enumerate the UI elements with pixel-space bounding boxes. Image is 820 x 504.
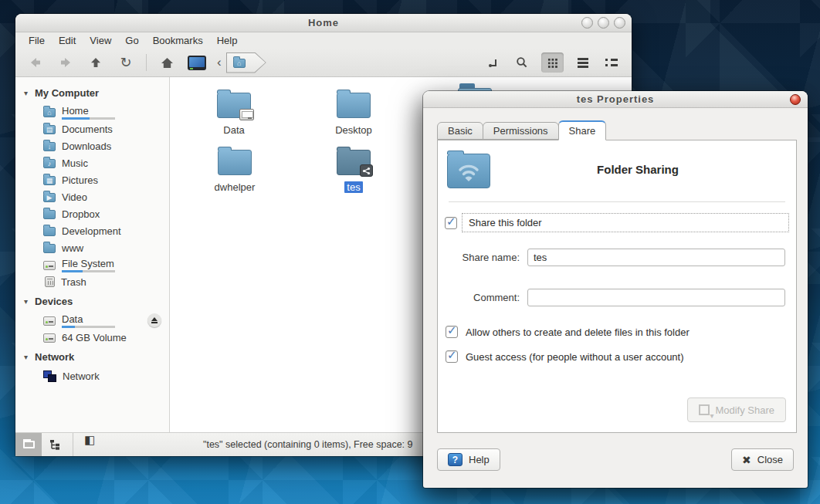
places-folder-icon — [23, 441, 35, 448]
dialog-titlebar[interactable]: tes Properties — [423, 91, 808, 108]
help-button[interactable]: ? Help — [437, 448, 500, 471]
sidebar-item-documents[interactable]: ▤ Documents — [15, 120, 169, 137]
treeview-toggle-button[interactable] — [42, 433, 68, 456]
close-button[interactable]: ✖ Close — [731, 448, 794, 471]
refresh-button[interactable]: ↻ — [117, 53, 135, 72]
folder-icon-selected — [337, 150, 371, 175]
help-icon: ? — [448, 453, 463, 466]
tab-permissions[interactable]: Permissions — [483, 122, 559, 140]
search-icon — [516, 56, 528, 69]
drive-icon — [43, 333, 56, 343]
sidebar-section-my-computer[interactable]: ▾ My Computer — [15, 82, 169, 103]
home-button[interactable] — [158, 53, 176, 72]
sidebar-section-network[interactable]: ▾ Network — [15, 346, 169, 367]
sidebar-item-64gb-volume[interactable]: 64 GB Volume — [15, 329, 169, 346]
panel-toggle-icon[interactable]: ◧ — [84, 433, 95, 456]
menu-bar: File Edit View Go Bookmarks Help — [15, 32, 632, 49]
share-this-folder-checkbox[interactable]: ✓ — [445, 217, 457, 229]
dialog-close-button[interactable] — [790, 94, 801, 105]
menu-edit[interactable]: Edit — [52, 35, 83, 46]
sidebar-item-www[interactable]: www — [15, 239, 169, 256]
up-button[interactable] — [86, 53, 105, 72]
location-entry-button[interactable] — [484, 53, 503, 72]
back-button[interactable] — [26, 53, 45, 72]
menu-go[interactable]: Go — [118, 35, 145, 46]
file-item-desktop[interactable]: Desktop — [319, 88, 388, 136]
grid-view-icon — [547, 58, 557, 68]
sidebar-item-video[interactable]: ▶ Video — [15, 188, 169, 205]
allow-others-checkbox[interactable]: ✓ — [446, 326, 458, 338]
disk-usage-bar — [62, 270, 115, 272]
menu-bookmarks[interactable]: Bookmarks — [146, 35, 210, 46]
sidebar-item-home[interactable]: ⌂ Home — [15, 103, 169, 120]
maximize-button[interactable] — [598, 17, 609, 29]
computer-button[interactable] — [188, 53, 206, 72]
sidebar-item-network[interactable]: Network — [15, 367, 169, 384]
panel-heading: Folder Sharing — [490, 163, 785, 176]
drive-icon — [43, 316, 56, 326]
statusbar-separator — [73, 433, 73, 456]
sidebar-item-music[interactable]: ♪ Music — [15, 154, 169, 171]
file-item-tes[interactable]: tes — [319, 145, 388, 193]
share-name-input[interactable] — [527, 249, 785, 266]
file-item-data[interactable]: Data — [199, 88, 269, 136]
share-tab-panel: Folder Sharing ✓ Share this folder Share… — [437, 140, 797, 433]
collapse-triangle-icon: ▾ — [24, 353, 28, 361]
back-icon — [29, 57, 42, 68]
video-folder-icon: ▶ — [43, 193, 56, 202]
window-titlebar[interactable]: Home — [15, 14, 632, 32]
forward-icon — [59, 57, 72, 68]
list-view-button[interactable] — [574, 53, 592, 72]
sidebar-item-file-system[interactable]: File System — [15, 256, 169, 273]
forward-button[interactable] — [56, 53, 75, 72]
menu-file[interactable]: File — [22, 35, 52, 46]
tab-share[interactable]: Share — [558, 120, 607, 140]
modify-share-button[interactable]: Modify Share — [687, 397, 786, 422]
comment-input[interactable] — [527, 289, 785, 306]
desktop-background: Home File Edit View Go Bookmarks Help — [0, 0, 820, 504]
window-title: Home — [308, 17, 339, 29]
eject-button[interactable] — [147, 313, 161, 327]
icon-view-button[interactable] — [541, 52, 564, 73]
menu-help[interactable]: Help — [210, 35, 245, 46]
guest-access-label: Guest access (for people without a user … — [466, 351, 684, 363]
breadcrumb-home-button[interactable]: ⌂ — [226, 52, 266, 73]
share-emblem-icon — [360, 164, 373, 177]
tab-basic[interactable]: Basic — [437, 122, 483, 140]
close-button[interactable] — [614, 17, 625, 29]
share-this-folder-label[interactable]: Share this folder — [462, 213, 789, 232]
status-text: "tes" selected (containing 0 items), Fre… — [203, 439, 413, 450]
share-name-label: Share name: — [438, 252, 527, 263]
collapse-triangle-icon: ▾ — [24, 89, 28, 97]
compact-view-icon — [605, 58, 618, 67]
home-folder-icon: ⌂ — [43, 108, 56, 117]
guest-access-checkbox[interactable]: ✓ — [446, 350, 458, 363]
file-item-dwhelper[interactable]: dwhelper — [200, 145, 269, 193]
minimize-button[interactable] — [581, 17, 593, 29]
tree-view-icon — [49, 440, 60, 450]
shared-folder-icon — [447, 154, 490, 188]
search-button[interactable] — [513, 53, 531, 72]
collapse-triangle-icon: ▾ — [24, 297, 28, 306]
breadcrumb-collapse-chevron[interactable]: ‹ — [217, 55, 222, 70]
modify-share-icon — [699, 404, 710, 415]
toolbar: ↻ ‹ ⌂ — [15, 49, 632, 77]
sidebar-item-data[interactable]: Data — [15, 312, 169, 329]
sidebar-item-development[interactable]: Development — [15, 222, 169, 239]
sidebar: ▾ My Computer ⌂ Home ▤ Documents ↓ Down — [15, 77, 170, 432]
comment-label: Comment: — [438, 292, 527, 303]
sidebar-item-downloads[interactable]: ↓ Downloads — [15, 137, 169, 154]
sidebar-item-pictures[interactable]: ▦ Pictures — [15, 171, 169, 188]
close-x-icon: ✖ — [742, 454, 751, 466]
refresh-icon: ↻ — [120, 56, 131, 69]
places-toggle-button[interactable] — [15, 433, 42, 456]
folder-icon — [43, 227, 56, 236]
properties-dialog: tes Properties Basic Permissions Share F… — [423, 91, 808, 488]
folder-icon — [43, 210, 56, 219]
compact-view-button[interactable] — [602, 53, 621, 72]
menu-view[interactable]: View — [83, 35, 118, 46]
sidebar-item-trash[interactable]: Trash — [15, 273, 169, 290]
sidebar-item-dropbox[interactable]: Dropbox — [15, 205, 169, 222]
drive-emblem-icon — [239, 109, 254, 120]
sidebar-section-devices[interactable]: ▾ Devices — [15, 290, 169, 312]
